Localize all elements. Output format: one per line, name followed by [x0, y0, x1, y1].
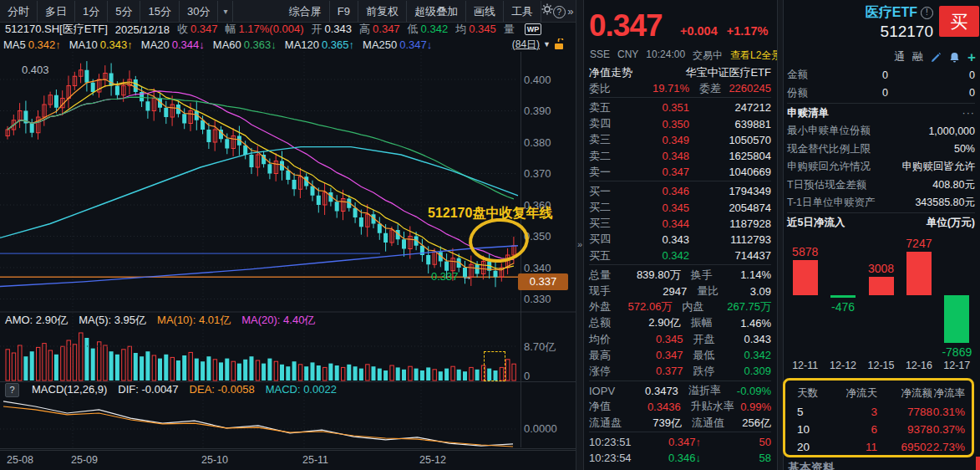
toolbar-tab-4[interactable]: 15分: [140, 1, 179, 22]
last-price: 0.347: [589, 8, 663, 43]
ask-volume: 1625804: [689, 150, 771, 162]
kline-pane: 分时多日1分5分15分30分▾综合屏F9前复权超级叠加画线工具?» 512170…: [0, 0, 576, 470]
stat-value: 0.343: [744, 333, 771, 345]
info-field-低: 低0.342: [408, 22, 449, 37]
ask-row-5[interactable]: 卖五0.351247212: [589, 100, 771, 115]
period-dropdown-icon[interactable]: ▼: [543, 40, 551, 49]
bid-row-2[interactable]: 买二0.3452054874: [589, 200, 771, 216]
toolbar-more-icon[interactable]: »: [566, 1, 576, 22]
info-field-均: 均0.345: [455, 22, 496, 37]
weicha-value: 2260245: [728, 82, 771, 95]
alert-bell-icon[interactable]: [949, 52, 960, 63]
collapse-chevron-icon[interactable]: »: [576, 239, 583, 249]
netflow-bar: [906, 252, 932, 295]
toolbar-tool-0[interactable]: 综合屏: [282, 1, 330, 22]
toolbar-tab-2[interactable]: 1分: [75, 1, 108, 22]
toolbar-dropdown-icon[interactable]: ▾: [218, 1, 233, 22]
help-question-glyph: ?: [553, 6, 566, 18]
iopv-row: IOPV0.3473溢折率-0.09%: [589, 383, 771, 399]
stat-value: -0.09%: [737, 385, 771, 397]
stat-label: 总额: [589, 315, 625, 330]
info-icon[interactable]: !: [921, 7, 933, 19]
redeem-list-header: 申赎清单···: [787, 105, 975, 122]
stats-row: 涨停0.377跌停0.309: [589, 363, 771, 379]
ask-row-1[interactable]: 卖一0.3471040669: [589, 164, 771, 180]
etf-code: 512170: [866, 23, 933, 41]
basic-info-section-label[interactable]: 基本资料: [788, 461, 835, 470]
add-icon[interactable]: +: [967, 52, 976, 63]
stat-value: 572.06万: [622, 299, 673, 314]
svg-text:0.400: 0.400: [524, 74, 551, 86]
ma-item-MA250: MA2500.347↓: [363, 38, 432, 51]
scrollbar-thumb[interactable]: [976, 457, 980, 470]
stat-label: 跌停: [683, 364, 744, 379]
fund-name: 华宝中证医疗ETF: [632, 65, 771, 80]
ma-item-MA60: MA600.363↓: [213, 38, 277, 51]
svg-text:0.340: 0.340: [524, 262, 551, 274]
x-tick-25-09: 25-09: [71, 454, 98, 466]
table-cell: 0.31%: [932, 406, 965, 418]
divider: [589, 97, 771, 98]
toolbar-tab-1[interactable]: 多日: [38, 1, 75, 22]
bid-row-4[interactable]: 买四0.3431112793: [589, 232, 771, 248]
stat-label: 流通值: [682, 416, 742, 431]
svg-text:0.330: 0.330: [524, 293, 551, 305]
wencai-wp-icon[interactable]: WP: [525, 23, 542, 35]
detail-value: 1,000,000: [871, 125, 975, 137]
toolbar-tab-0[interactable]: 分时: [0, 1, 38, 22]
toolbar-tool-4[interactable]: 画线: [466, 1, 504, 22]
iopv-row: 流通盘739亿流通值256亿: [589, 415, 771, 431]
ask-price: 0.351: [621, 101, 689, 114]
netflow-date-label: 12-16: [900, 360, 938, 371]
toolbar-tool-5[interactable]: 工具: [504, 1, 541, 22]
netflow-bar: [944, 295, 969, 343]
toolbar-tool-2[interactable]: 前复权: [358, 1, 407, 22]
ma-label: MA120: [285, 38, 319, 51]
ma-item-MA5: MA50.342↑: [3, 38, 61, 51]
info-field-label: 幅: [225, 23, 236, 35]
info-field-value: 0.347: [190, 23, 218, 35]
netflow-value-label: -7869: [937, 345, 976, 359]
margin-tools-row: 通 融 +: [894, 49, 976, 64]
ask-row-4[interactable]: 卖四0.350639881: [589, 116, 771, 132]
stat-value: 267.75万: [727, 299, 771, 314]
weibi-row: 委比19.71%委差2260245: [589, 80, 771, 96]
table-cell: 69502: [877, 441, 932, 453]
currency-label: CNY: [617, 49, 638, 63]
toolbar-tool-3[interactable]: 超级叠加: [407, 1, 466, 22]
nav-label[interactable]: 净值走势: [589, 65, 632, 80]
tick-time: 10:23:54: [589, 452, 642, 464]
buy-button[interactable]: 买: [939, 6, 979, 37]
divider: [589, 181, 771, 181]
margin-tong-tab[interactable]: 通: [894, 49, 905, 64]
ma-legend-bar: MA50.342↑MA100.343↑MA200.344↓MA600.363↓M…: [0, 37, 579, 52]
l2-panorama-link[interactable]: 查看L2全景: [730, 49, 781, 63]
toolbar-tab-3[interactable]: 5分: [108, 1, 140, 22]
etf-title-block: 医疗ETF! 512170: [866, 4, 933, 41]
unlock-icon[interactable]: [554, 38, 564, 50]
bid-row-1[interactable]: 买一0.3461794349: [589, 183, 771, 199]
ma-label: MA60: [213, 38, 241, 51]
settings-gear-icon[interactable]: [541, 1, 553, 22]
edit-pencil-icon[interactable]: [931, 52, 942, 63]
ask-row-3[interactable]: 卖三0.3491050570: [589, 132, 771, 148]
netflow-date-label: 12-15: [862, 360, 901, 371]
margin-rong-tab[interactable]: 融: [912, 49, 923, 64]
bid-row-5[interactable]: 买五0.342714437: [589, 248, 771, 263]
stat-label: 外盘: [589, 299, 622, 314]
detail-label: 最小申赎单位份额: [787, 124, 871, 138]
toolbar-tool-1[interactable]: F9: [330, 1, 358, 22]
help-icon[interactable]: ?: [553, 1, 566, 22]
ma-value: 0.365↑: [322, 38, 354, 51]
stat-label: 量比: [687, 284, 750, 299]
toolbar-tab-5[interactable]: 30分: [180, 1, 218, 22]
stat-value: 0.99%: [740, 401, 771, 413]
bid-row-3[interactable]: 买三0.3441187928: [589, 216, 771, 232]
ask-row-2[interactable]: 卖二0.3481625804: [589, 148, 771, 164]
x-tick-25-08: 25-08: [7, 454, 33, 466]
period-label[interactable]: (84日): [512, 38, 540, 52]
position-row-金额: 金额00: [787, 66, 975, 84]
ask-price: 0.348: [621, 150, 689, 162]
bid-volume: 2054874: [689, 202, 771, 214]
more-dots-icon[interactable]: ···: [829, 107, 975, 119]
